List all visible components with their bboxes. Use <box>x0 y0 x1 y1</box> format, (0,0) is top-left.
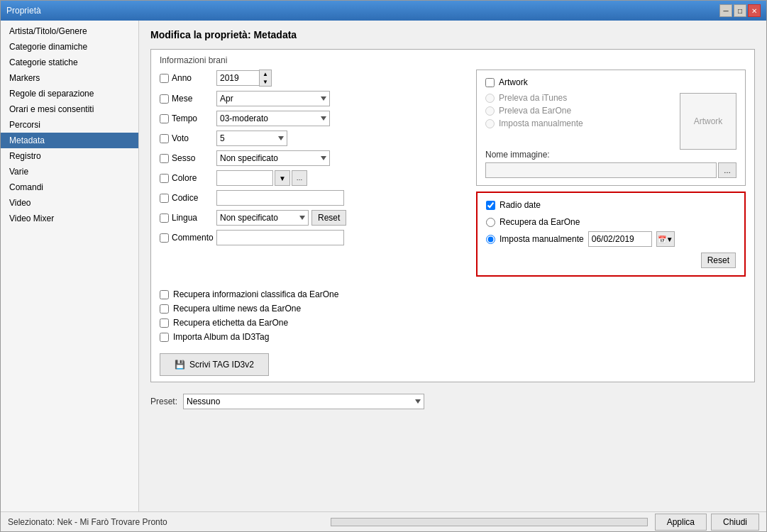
nome-immagine-browse-button[interactable]: … <box>718 162 736 178</box>
title-bar: Proprietà ─ □ ✕ <box>1 1 766 21</box>
commento-input[interactable] <box>216 230 344 245</box>
apply-button[interactable]: Applica <box>655 514 707 531</box>
anno-input[interactable]: 2019 <box>216 70 259 86</box>
checkbox-etichetta[interactable] <box>160 318 169 328</box>
colore-label: Colore <box>172 173 197 183</box>
informazioni-brani-section: Informazioni brani Anno 201 <box>150 49 755 382</box>
sesso-select[interactable]: Non specificato <box>216 150 330 166</box>
sidebar-item-percorsi[interactable]: Percorsi <box>1 117 138 133</box>
lingua-label: Lingua <box>172 213 197 223</box>
sidebar-item-orari[interactable]: Orari e mesi consentiti <box>1 101 138 117</box>
radio-date-radio-earone[interactable] <box>486 218 495 227</box>
voto-row: Voto 5 1 2 3 4 <box>160 131 465 146</box>
minimize-button[interactable]: ─ <box>719 4 732 17</box>
sidebar-item-categorie-statiche[interactable]: Categorie statiche <box>1 55 138 70</box>
nome-immagine-input[interactable] <box>485 162 717 178</box>
checkbox-news-label: Recupera ultime news da EarOne <box>173 304 301 314</box>
sidebar-item-video-mixer[interactable]: Video Mixer <box>1 211 138 226</box>
artwork-option-earone[interactable]: Preleva da EarOne <box>485 106 673 116</box>
artwork-radio-earone[interactable] <box>485 106 495 116</box>
colore-input[interactable] <box>216 170 273 186</box>
checkbox-row-2: Recupera etichetta da EarOne <box>160 318 746 328</box>
sidebar-item-markers[interactable]: Markers <box>1 70 138 86</box>
mese-label: Mese <box>172 94 192 104</box>
radio-date-reset-button[interactable]: Reset <box>701 253 736 268</box>
commento-checkbox[interactable] <box>160 233 169 243</box>
sidebar-item-categorie-dinamiche[interactable]: Categorie dinamiche <box>1 39 138 55</box>
mese-select[interactable]: Apr Gen Feb Mar <box>216 91 330 106</box>
mese-checkbox[interactable] <box>160 94 169 104</box>
colore-checkbox[interactable] <box>160 174 169 183</box>
tempo-label-group: Tempo <box>160 113 216 123</box>
codice-label-group: Codice <box>160 193 216 203</box>
title-bar-buttons: ─ □ ✕ <box>719 4 761 17</box>
tempo-select[interactable]: 03-moderato <box>216 111 330 126</box>
artwork-radio-manuale[interactable] <box>485 119 495 128</box>
codice-checkbox[interactable] <box>160 194 169 203</box>
write-tag-button[interactable]: 💾 Scrivi TAG ID3v2 <box>160 353 269 376</box>
colore-row: Colore ▼ … <box>160 170 465 186</box>
sidebar-item-metadata[interactable]: Metadata <box>1 133 138 148</box>
close-button[interactable]: Chiudi <box>711 514 759 531</box>
left-column: Anno 2019 ▲ ▼ <box>160 70 465 282</box>
preset-select[interactable]: Nessuno <box>183 394 424 409</box>
sidebar-item-registro[interactable]: Registro <box>1 148 138 164</box>
lingua-row: Lingua Non specificato Reset <box>160 210 465 226</box>
artwork-checkbox[interactable] <box>485 78 495 87</box>
artwork-label: Artwork <box>499 77 528 87</box>
maximize-button[interactable]: □ <box>734 4 746 17</box>
close-window-button[interactable]: ✕ <box>748 4 761 17</box>
date-input-row: 06/02/2019 📅▼ <box>588 231 675 247</box>
sesso-checkbox[interactable] <box>160 154 169 163</box>
checkbox-etichetta-label: Recupera etichetta da EarOne <box>173 318 288 328</box>
radio-date-manuale-label: Imposta manualmente <box>500 234 584 244</box>
commento-label: Commento <box>172 233 214 243</box>
sesso-label: Sesso <box>172 153 195 163</box>
anno-label: Anno <box>172 73 192 83</box>
checkbox-album[interactable] <box>160 333 169 342</box>
artwork-options: Preleva da iTunes Preleva da EarOne Impo… <box>485 93 673 128</box>
checkbox-row-1: Recupera ultime news da EarOne <box>160 304 746 314</box>
checkbox-row-3: Importa Album da ID3Tag <box>160 332 746 342</box>
anno-down-button[interactable]: ▼ <box>260 78 271 86</box>
artwork-option-itunes[interactable]: Preleva da iTunes <box>485 93 673 103</box>
sidebar-item-comandi[interactable]: Comandi <box>1 179 138 195</box>
artwork-radio-itunes[interactable] <box>485 94 495 103</box>
radio-date-radio-manuale[interactable] <box>486 235 495 244</box>
sidebar-item-varie[interactable]: Varie <box>1 164 138 179</box>
lingua-reset-button[interactable]: Reset <box>311 210 346 226</box>
artwork-body: Artwork Preleva da iTunes P <box>485 93 736 178</box>
colore-picker-button[interactable]: … <box>292 170 307 186</box>
content-area: Modifica la proprietà: Metadata Informaz… <box>139 21 766 511</box>
date-input[interactable]: 06/02/2019 <box>588 231 652 247</box>
status-buttons: Applica Chiudi <box>655 514 759 531</box>
colore-dropdown-button[interactable]: ▼ <box>275 170 290 186</box>
voto-checkbox[interactable] <box>160 134 169 143</box>
checkbox-classifica[interactable] <box>160 290 169 299</box>
write-tag-label: Scrivi TAG ID3v2 <box>189 360 254 370</box>
page-title: Modifica la proprietà: Metadata <box>150 29 755 40</box>
date-calendar-button[interactable]: 📅▼ <box>656 231 675 247</box>
voto-select[interactable]: 5 1 2 3 4 <box>216 131 287 146</box>
codice-input[interactable] <box>216 190 344 206</box>
sidebar-item-video[interactable]: Video <box>1 195 138 211</box>
codice-row: Codice <box>160 190 465 206</box>
anno-up-button[interactable]: ▲ <box>260 70 271 78</box>
artwork-header: Artwork <box>485 77 736 87</box>
tempo-checkbox[interactable] <box>160 114 169 123</box>
main-window: Proprietà ─ □ ✕ Artista/Titolo/Genere Ca… <box>0 0 767 532</box>
artwork-option-manuale[interactable]: Imposta manualmente <box>485 118 673 128</box>
informazioni-brani-title: Informazioni brani <box>160 55 746 65</box>
checkbox-news[interactable] <box>160 304 169 314</box>
checkbox-album-label: Importa Album da ID3Tag <box>173 332 269 342</box>
radio-date-option-earone: Recupera da EarOne <box>486 217 736 227</box>
sidebar-item-artista[interactable]: Artista/Titolo/Genere <box>1 23 138 39</box>
lingua-checkbox[interactable] <box>160 214 169 223</box>
anno-row: Anno 2019 ▲ ▼ <box>160 70 465 87</box>
lingua-select[interactable]: Non specificato <box>216 210 309 226</box>
artwork-section: Artwork Artwork Preleva da iTunes <box>476 70 746 186</box>
anno-checkbox[interactable] <box>160 74 169 83</box>
save-icon: 💾 <box>175 360 185 370</box>
sidebar-item-regole[interactable]: Regole di separazione <box>1 86 138 101</box>
radio-date-checkbox[interactable] <box>486 201 495 210</box>
